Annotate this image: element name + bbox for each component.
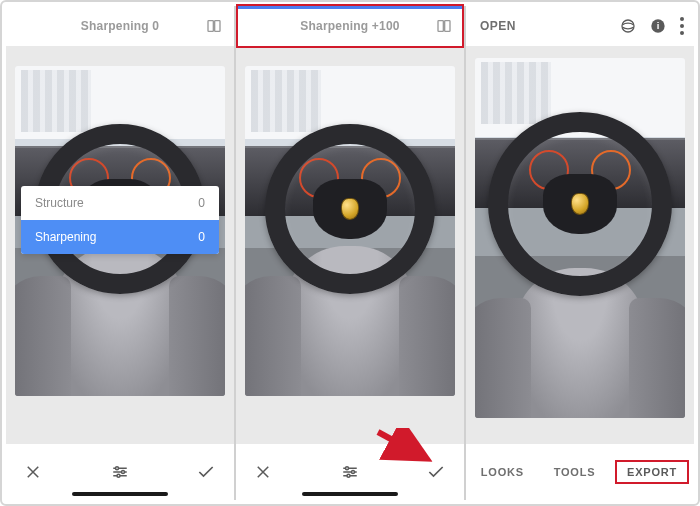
panel-sharpening-zero: Sharpening 0 Structure 0 S	[6, 6, 236, 500]
adjustment-value: 0	[198, 230, 205, 244]
three-panel-row: Sharpening 0 Structure 0 S	[6, 6, 694, 500]
panel-sharpening-100: Sharpening +100	[236, 6, 466, 500]
image-preview-area[interactable]	[242, 66, 458, 444]
svg-point-7	[346, 467, 349, 470]
svg-rect-6	[445, 21, 450, 32]
footer-bar	[6, 444, 234, 500]
svg-point-4	[117, 474, 120, 477]
footer-bar	[236, 444, 464, 500]
tab-tools[interactable]: TOOLS	[544, 460, 606, 484]
adjustment-value: 0	[198, 196, 205, 210]
photo-preview	[475, 58, 685, 418]
apply-check-icon[interactable]	[426, 462, 446, 482]
adjustment-row-sharpening[interactable]: Sharpening 0	[21, 220, 219, 254]
svg-rect-0	[208, 21, 213, 32]
home-indicator	[302, 492, 398, 496]
tab-export[interactable]: EXPORT	[615, 460, 689, 484]
compare-icon[interactable]	[206, 18, 222, 34]
adjustment-menu: Structure 0 Sharpening 0	[21, 186, 219, 254]
close-icon[interactable]	[254, 463, 272, 481]
header-title: Sharpening +100	[300, 19, 399, 33]
svg-point-10	[622, 20, 634, 32]
compare-icon[interactable]	[436, 18, 452, 34]
svg-point-3	[122, 471, 125, 474]
svg-point-8	[352, 471, 355, 474]
home-indicator	[72, 492, 168, 496]
header-bar: Sharpening 0	[6, 6, 234, 46]
adjustment-label: Structure	[35, 196, 84, 210]
sliders-icon[interactable]	[341, 463, 359, 481]
stacks-icon[interactable]	[620, 18, 636, 34]
bottom-tab-bar: LOOKS TOOLS EXPORT	[466, 444, 694, 500]
adjustment-row-structure[interactable]: Structure 0	[21, 186, 219, 220]
adjustment-label: Sharpening	[35, 230, 96, 244]
photo-preview	[245, 66, 455, 396]
svg-text:i: i	[657, 21, 660, 31]
photo-preview: Structure 0 Sharpening 0	[15, 66, 225, 396]
svg-rect-1	[215, 21, 220, 32]
image-preview-area[interactable]: Structure 0 Sharpening 0	[12, 66, 228, 444]
more-menu-icon[interactable]	[680, 17, 684, 35]
svg-point-2	[116, 467, 119, 470]
header-title: Sharpening 0	[81, 19, 159, 33]
image-preview-area[interactable]	[472, 58, 688, 444]
svg-point-9	[347, 474, 350, 477]
close-icon[interactable]	[24, 463, 42, 481]
info-icon[interactable]: i	[650, 18, 666, 34]
header-bar: Sharpening +100	[236, 6, 464, 46]
open-button[interactable]: OPEN	[480, 19, 516, 33]
progress-bar	[236, 6, 464, 9]
apply-check-icon[interactable]	[196, 462, 216, 482]
header-bar: OPEN i	[466, 6, 694, 46]
panel-export: OPEN i	[466, 6, 694, 500]
tab-looks[interactable]: LOOKS	[471, 460, 534, 484]
svg-rect-5	[438, 21, 443, 32]
sliders-icon[interactable]	[111, 463, 129, 481]
